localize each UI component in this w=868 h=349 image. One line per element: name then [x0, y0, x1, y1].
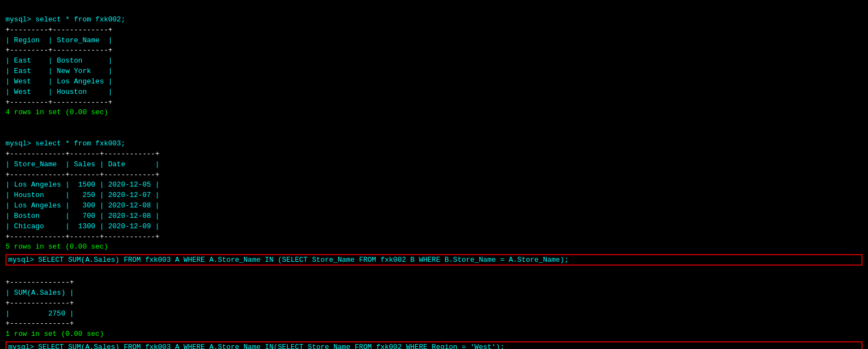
row-9: | Chicago | 1300 | 2020-12-09 |	[5, 222, 160, 230]
result1-border-bot: +--------------+	[5, 319, 74, 328]
terminal: mysql> select * from fxk002; +---------+…	[5, 4, 863, 252]
border-1: +---------+-------------+	[5, 26, 112, 34]
result1-footer: 1 row in set (0.00 sec)	[5, 330, 104, 338]
border-5: +-------------+-------+------------+	[5, 171, 160, 179]
highlighted-query-1-wrapper: mysql> SELECT SUM(A.Sales) FROM fxk003 A…	[5, 254, 863, 266]
border-6: +-------------+-------+------------+	[5, 233, 160, 241]
highlighted-query-2: mysql> SELECT SUM(A.Sales) FROM fxk003 A…	[5, 341, 863, 349]
header-2: | Store_Name | Sales | Date |	[5, 160, 160, 168]
row-4: | West | Houston |	[5, 88, 112, 96]
row-8: | Boston | 700 | 2020-12-08 |	[5, 212, 160, 220]
highlighted-query-1-text: mysql> SELECT SUM(A.Sales) FROM fxk003 A…	[8, 256, 569, 264]
highlighted-query-2-text: mysql> SELECT SUM(A.Sales) FROM fxk003 A…	[8, 343, 504, 349]
result1-border-mid: +--------------+	[5, 299, 74, 307]
result-1: 4 rows in set (0.00 sec)	[5, 108, 108, 116]
result1-value: | 2750 |	[5, 309, 74, 318]
highlighted-query-1: mysql> SELECT SUM(A.Sales) FROM fxk003 A…	[5, 254, 863, 266]
highlighted-query-2-wrapper: mysql> SELECT SUM(A.Sales) FROM fxk003 A…	[5, 341, 863, 349]
row-6: | Houston | 250 | 2020-12-07 |	[5, 191, 160, 199]
result1-block: +--------------+ | SUM(A.Sales) | +-----…	[5, 267, 863, 340]
header-1: | Region | Store_Name |	[5, 36, 112, 44]
result1-header: | SUM(A.Sales) |	[5, 289, 74, 297]
row-1: | East | Boston |	[5, 57, 112, 65]
blank-1	[5, 129, 10, 137]
prompt-2: mysql> select * from fxk003;	[5, 139, 125, 148]
prompt-1: mysql> select * from fxk002;	[5, 15, 125, 24]
result-2: 5 rows in set (0.00 sec)	[5, 243, 108, 251]
border-4: +-------------+-------+------------+	[5, 150, 160, 158]
border-3: +---------+-------------+	[5, 98, 112, 106]
row-5: | Los Angeles | 1500 | 2020-12-05 |	[5, 181, 160, 189]
row-7: | Los Angeles | 300 | 2020-12-08 |	[5, 201, 160, 210]
border-2: +---------+-------------+	[5, 46, 112, 54]
row-3: | West | Los Angeles |	[5, 77, 112, 86]
result1-border-top: +--------------+	[5, 278, 74, 286]
row-2: | East | New York |	[5, 67, 112, 75]
